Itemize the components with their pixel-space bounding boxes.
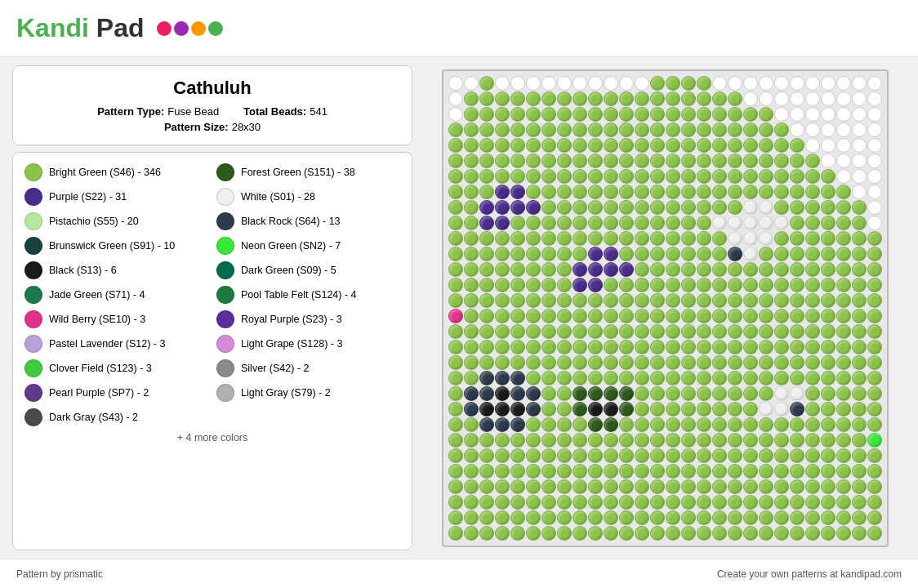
bead — [541, 216, 556, 230]
bead — [635, 231, 649, 246]
bead — [650, 371, 665, 385]
bead — [541, 464, 556, 479]
bead — [495, 169, 510, 184]
bead — [479, 495, 494, 510]
bead-grid — [448, 76, 882, 541]
bead — [697, 154, 711, 168]
bead — [728, 417, 742, 432]
bead — [821, 448, 836, 463]
bead — [728, 324, 742, 339]
bead — [805, 433, 820, 448]
bead — [774, 417, 789, 432]
bead — [697, 355, 711, 370]
bead — [852, 293, 867, 308]
bead — [821, 371, 836, 385]
bead — [666, 262, 680, 277]
bead — [464, 386, 479, 401]
bead — [666, 138, 680, 153]
bead — [635, 355, 649, 370]
bead — [666, 154, 680, 168]
bead — [557, 278, 572, 292]
bead — [495, 122, 510, 137]
bead — [526, 324, 541, 339]
bead — [666, 324, 680, 339]
bead — [557, 510, 572, 525]
meta-beads-value: 541 — [310, 105, 328, 118]
bead — [805, 138, 820, 153]
bead — [619, 355, 634, 370]
color-item: Wild Berry (SE10) - 3 — [25, 308, 208, 331]
bead — [867, 122, 882, 137]
bead — [774, 154, 789, 168]
bead — [852, 200, 867, 215]
bead — [774, 526, 789, 541]
bead — [821, 138, 836, 153]
bead — [697, 169, 711, 184]
color-swatch — [216, 310, 234, 328]
bead — [728, 247, 742, 261]
bead — [712, 293, 727, 308]
bead — [619, 91, 634, 106]
bead — [635, 76, 649, 91]
color-item: Brunswick Green (S91) - 10 — [25, 234, 208, 257]
bead — [495, 448, 510, 463]
bead — [464, 293, 479, 308]
meta-size: Pattern Size: 28x30 — [164, 121, 261, 133]
color-swatch — [25, 310, 42, 328]
bead — [743, 386, 758, 401]
bead — [852, 479, 867, 494]
meta-beads-label: Total Beads: — [243, 105, 306, 118]
bead — [821, 91, 836, 106]
bead — [557, 495, 572, 510]
bead — [712, 464, 727, 479]
bead — [774, 91, 789, 106]
bead — [526, 154, 541, 168]
bead — [836, 448, 851, 463]
bead — [666, 510, 680, 525]
bead — [464, 324, 479, 339]
bead — [479, 464, 494, 479]
bead — [604, 107, 618, 122]
color-label: Silver (S42) - 2 — [241, 363, 309, 374]
bead — [510, 510, 525, 525]
bead — [464, 138, 479, 153]
bead — [619, 154, 634, 168]
bead — [479, 386, 494, 401]
bead — [712, 107, 727, 122]
bead — [510, 355, 525, 370]
bead — [821, 231, 836, 246]
bead — [666, 433, 680, 448]
bead — [479, 340, 494, 354]
bead — [867, 402, 882, 416]
bead — [712, 216, 727, 230]
bead — [759, 138, 773, 153]
bead — [852, 247, 867, 261]
bead — [681, 278, 696, 292]
bead — [526, 293, 541, 308]
bead — [588, 448, 603, 463]
bead — [557, 169, 572, 184]
bead — [635, 247, 649, 261]
bead — [759, 510, 773, 525]
bead — [697, 309, 711, 323]
logo: Kandi Pad — [16, 13, 223, 43]
bead — [495, 402, 510, 416]
bead — [619, 371, 634, 385]
bead — [712, 138, 727, 153]
color-label: Pearl Purple (SP7) - 2 — [49, 387, 149, 399]
bead — [681, 293, 696, 308]
bead — [510, 91, 525, 106]
bead — [573, 154, 587, 168]
color-swatch — [216, 212, 234, 230]
bead — [712, 278, 727, 292]
bead — [867, 417, 882, 432]
bead — [836, 417, 851, 432]
bead — [588, 309, 603, 323]
bead — [526, 262, 541, 277]
bead — [774, 293, 789, 308]
bead — [852, 355, 867, 370]
bead — [635, 464, 649, 479]
bead — [448, 76, 463, 91]
bead — [479, 262, 494, 277]
color-swatch — [216, 163, 234, 181]
